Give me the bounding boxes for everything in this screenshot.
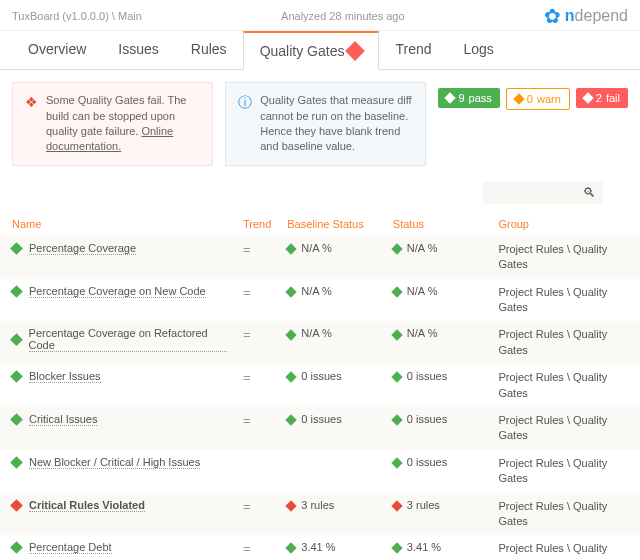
- group-value: Project Rules \ Quality Gates: [490, 321, 640, 364]
- tabbar: OverviewIssuesRulesQuality GatesTrendLog…: [0, 31, 640, 70]
- trend-equal-icon: =: [243, 541, 251, 556]
- diamond-icon: [582, 93, 593, 104]
- status-diamond-icon: [10, 499, 23, 512]
- diamond-icon: [391, 457, 402, 468]
- brand-n: n: [565, 7, 575, 25]
- diamond-icon: [286, 243, 297, 254]
- trend-equal-icon: =: [243, 327, 251, 342]
- badge-pass[interactable]: 9 pass: [438, 88, 499, 108]
- trend-equal-icon: =: [243, 242, 251, 257]
- rule-link[interactable]: Percentage Coverage on New Code: [29, 285, 206, 298]
- col-name[interactable]: Name: [0, 212, 235, 236]
- table-row: Percentage Debt=3.41 %3.41 %Project Rule…: [0, 535, 640, 560]
- diamond-icon: [391, 543, 402, 554]
- baseline-value: 3 rules: [301, 499, 334, 511]
- table-row: Percentage Coverage on New Code=N/A %N/A…: [0, 279, 640, 322]
- table-row: New Blocker / Critical / High Issues0 is…: [0, 450, 640, 493]
- status-diamond-icon: [10, 370, 23, 383]
- col-group[interactable]: Group: [490, 212, 640, 236]
- col-trend[interactable]: Trend: [235, 212, 279, 236]
- table-row: Percentage Coverage on Refactored Code=N…: [0, 321, 640, 364]
- breadcrumb[interactable]: TuxBoard (v1.0.0.0) \ Main: [12, 10, 142, 22]
- search-icon[interactable]: 🔍︎: [583, 185, 596, 200]
- brand-logo[interactable]: ✿ ndepend: [544, 4, 628, 28]
- status-diamond-icon: [10, 541, 23, 554]
- table-row: Critical Issues=0 issues0 issuesProject …: [0, 407, 640, 450]
- status-diamond-icon: [10, 242, 23, 255]
- baseline-value: 0 issues: [301, 370, 341, 382]
- alert-info-text: Quality Gates that measure diff cannot b…: [260, 93, 413, 155]
- diamond-icon: [391, 286, 402, 297]
- rule-link[interactable]: New Blocker / Critical / High Issues: [29, 456, 200, 469]
- rule-link[interactable]: Percentage Coverage on Refactored Code: [29, 327, 227, 352]
- tab-rules[interactable]: Rules: [175, 31, 243, 69]
- baseline-value: N/A %: [301, 242, 332, 254]
- tab-trend[interactable]: Trend: [379, 31, 447, 69]
- diamond-icon: [391, 243, 402, 254]
- status-diamond-icon: [10, 456, 23, 469]
- diamond-icon: [286, 372, 297, 383]
- diamond-icon: [286, 543, 297, 554]
- table-row: Critical Rules Violated=3 rules3 rulesPr…: [0, 493, 640, 536]
- status-value: 0 issues: [407, 370, 447, 382]
- baseline-value: N/A %: [301, 285, 332, 297]
- analyzed-label: Analyzed 28 minutes ago: [281, 10, 405, 22]
- diamond-icon: [513, 94, 524, 105]
- diamond-icon: [286, 286, 297, 297]
- group-value: Project Rules \ Quality Gates: [490, 236, 640, 279]
- badge-group: 9 pass 0 warn 2 fail: [438, 82, 628, 166]
- group-value: Project Rules \ Quality Gates: [490, 279, 640, 322]
- badge-warn[interactable]: 0 warn: [506, 88, 570, 110]
- rule-link[interactable]: Critical Rules Violated: [29, 499, 145, 512]
- diamond-icon: [391, 414, 402, 425]
- alert-fail-text: Some Quality Gates fail. The build can b…: [46, 93, 200, 155]
- warning-icon: ❖: [25, 93, 38, 155]
- trend-equal-icon: =: [243, 370, 251, 385]
- rule-link[interactable]: Critical Issues: [29, 413, 97, 426]
- group-value: Project Rules \ Quality Gates: [490, 493, 640, 536]
- col-status[interactable]: Status: [385, 212, 491, 236]
- trend-equal-icon: =: [243, 413, 251, 428]
- tab-issues[interactable]: Issues: [102, 31, 174, 69]
- status-value: 3.41 %: [407, 541, 441, 553]
- tab-overview[interactable]: Overview: [12, 31, 102, 69]
- info-icon: ⓘ: [238, 93, 252, 155]
- baseline-value: 0 issues: [301, 413, 341, 425]
- status-value: N/A %: [407, 327, 438, 339]
- trend-equal-icon: =: [243, 499, 251, 514]
- rule-link[interactable]: Blocker Issues: [29, 370, 101, 383]
- diamond-icon: [391, 372, 402, 383]
- alerts-row: ❖ Some Quality Gates fail. The build can…: [0, 70, 640, 178]
- diamond-icon: [391, 500, 402, 511]
- rule-link[interactable]: Percentage Coverage: [29, 242, 136, 255]
- group-value: Project Rules \ Quality Gates: [490, 407, 640, 450]
- diamond-icon: [286, 414, 297, 425]
- group-value: Project Rules \ Quality Gates: [490, 535, 640, 560]
- diamond-icon: [286, 329, 297, 340]
- col-baseline[interactable]: Baseline Status: [279, 212, 385, 236]
- tab-logs[interactable]: Logs: [448, 31, 510, 69]
- table-row: Blocker Issues=0 issues0 issuesProject R…: [0, 364, 640, 407]
- search-row: 🔍︎: [0, 178, 640, 212]
- quality-gates-table: Name Trend Baseline Status Status Group …: [0, 212, 640, 560]
- status-value: 0 issues: [407, 413, 447, 425]
- table-row: Percentage Coverage=N/A %N/A %Project Ru…: [0, 236, 640, 279]
- alert-fail: ❖ Some Quality Gates fail. The build can…: [12, 82, 213, 166]
- tab-quality-gates[interactable]: Quality Gates: [243, 31, 380, 70]
- group-value: Project Rules \ Quality Gates: [490, 450, 640, 493]
- diamond-icon: [391, 329, 402, 340]
- status-value: N/A %: [407, 242, 438, 254]
- diamond-icon: [445, 93, 456, 104]
- rule-link[interactable]: Percentage Debt: [29, 541, 112, 554]
- brand-rest: depend: [575, 7, 628, 25]
- alert-info: ⓘ Quality Gates that measure diff cannot…: [225, 82, 426, 166]
- baseline-value: N/A %: [301, 327, 332, 339]
- header: TuxBoard (v1.0.0.0) \ Main Analyzed 28 m…: [0, 0, 640, 31]
- status-diamond-icon: [10, 413, 23, 426]
- badge-fail[interactable]: 2 fail: [576, 88, 628, 108]
- diamond-icon: [286, 500, 297, 511]
- status-diamond-icon: [10, 285, 23, 298]
- gear-icon: ✿: [544, 4, 561, 28]
- tag-icon: [346, 41, 366, 61]
- status-diamond-icon: [10, 334, 22, 346]
